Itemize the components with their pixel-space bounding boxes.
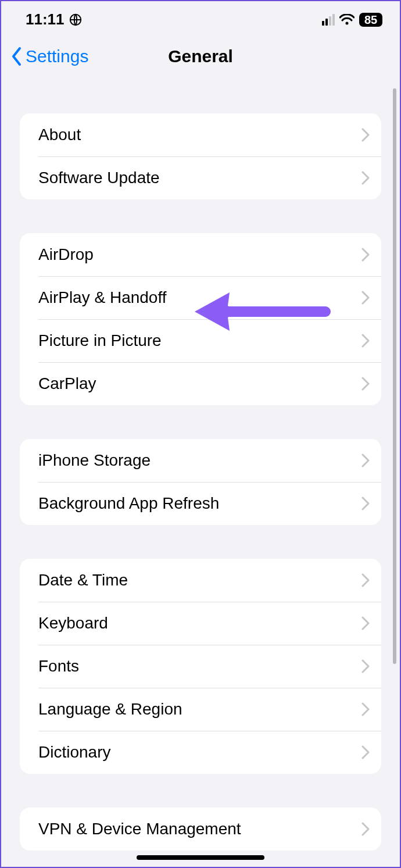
chevron-right-icon [361, 573, 370, 587]
status-left: 11:11 [26, 10, 82, 28]
chevron-right-icon [361, 377, 370, 391]
battery-level: 85 [359, 13, 382, 27]
row-label: CarPlay [38, 374, 96, 393]
row-fonts[interactable]: Fonts [20, 645, 381, 688]
group-vpn: VPN & Device Management [20, 808, 381, 851]
row-software-update[interactable]: Software Update [20, 156, 381, 199]
nav-header: Settings General [1, 32, 400, 81]
row-label: iPhone Storage [38, 451, 151, 470]
row-about[interactable]: About [20, 113, 381, 156]
chevron-right-icon [361, 291, 370, 305]
group-storage: iPhone Storage Background App Refresh [20, 439, 381, 525]
row-dictionary[interactable]: Dictionary [20, 731, 381, 774]
chevron-right-icon [361, 453, 370, 467]
back-button[interactable]: Settings [10, 47, 88, 66]
row-background-app-refresh[interactable]: Background App Refresh [20, 482, 381, 525]
row-airplay-handoff[interactable]: AirPlay & Handoff [20, 276, 381, 319]
status-right: 85 [322, 13, 382, 27]
chevron-right-icon [361, 171, 370, 185]
group-about: About Software Update [20, 113, 381, 199]
row-label: Language & Region [38, 700, 182, 719]
chevron-right-icon [361, 496, 370, 510]
row-language-region[interactable]: Language & Region [20, 688, 381, 731]
chevron-right-icon [361, 128, 370, 142]
globe-icon [69, 13, 82, 26]
status-bar: 11:11 85 [1, 1, 400, 32]
row-picture-in-picture[interactable]: Picture in Picture [20, 319, 381, 362]
group-airdrop: AirDrop AirPlay & Handoff Picture in Pic… [20, 233, 381, 405]
chevron-right-icon [361, 616, 370, 630]
row-keyboard[interactable]: Keyboard [20, 602, 381, 645]
chevron-right-icon [361, 822, 370, 836]
chevron-left-icon [10, 47, 23, 66]
row-label: Date & Time [38, 571, 128, 590]
row-iphone-storage[interactable]: iPhone Storage [20, 439, 381, 482]
status-time: 11:11 [26, 10, 65, 28]
chevron-right-icon [361, 702, 370, 716]
scrollbar[interactable] [393, 88, 396, 664]
row-label: About [38, 126, 81, 144]
wifi-icon [339, 14, 355, 26]
row-label: Dictionary [38, 743, 110, 762]
row-label: Keyboard [38, 614, 108, 633]
chevron-right-icon [361, 248, 370, 262]
row-label: Picture in Picture [38, 331, 162, 350]
cellular-signal-icon [322, 14, 335, 26]
back-label: Settings [26, 47, 88, 66]
row-label: Software Update [38, 169, 160, 187]
chevron-right-icon [361, 334, 370, 348]
row-label: Fonts [38, 657, 79, 676]
chevron-right-icon [361, 745, 370, 759]
row-date-time[interactable]: Date & Time [20, 559, 381, 602]
chevron-right-icon [361, 659, 370, 673]
row-carplay[interactable]: CarPlay [20, 362, 381, 405]
svg-point-1 [346, 22, 349, 24]
group-system: Date & Time Keyboard Fonts Language & Re… [20, 559, 381, 774]
row-vpn-device-management[interactable]: VPN & Device Management [20, 808, 381, 851]
content: About Software Update AirDrop AirPlay & … [1, 113, 400, 868]
row-label: AirDrop [38, 245, 94, 264]
row-airdrop[interactable]: AirDrop [20, 233, 381, 276]
row-label: AirPlay & Handoff [38, 288, 167, 307]
row-label: Background App Refresh [38, 494, 219, 513]
home-indicator [137, 855, 264, 860]
row-label: VPN & Device Management [38, 820, 241, 838]
